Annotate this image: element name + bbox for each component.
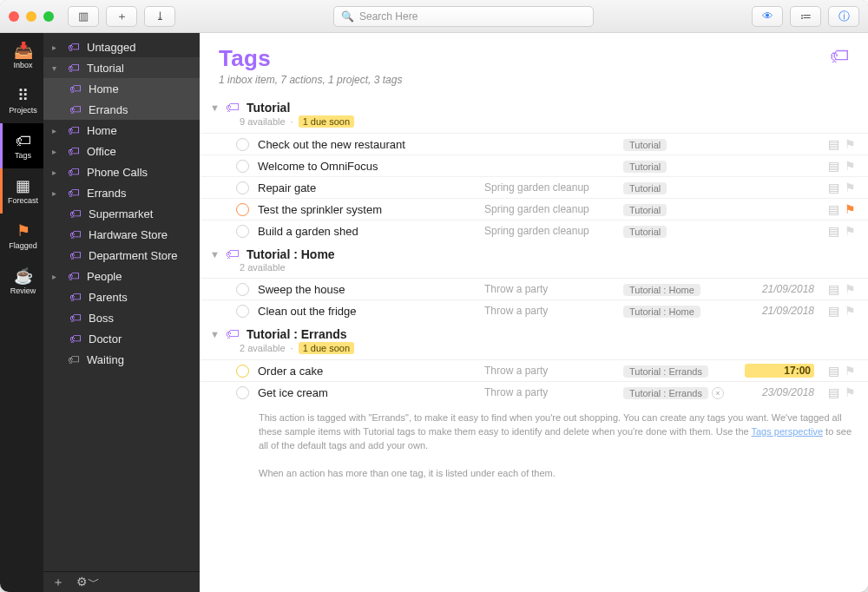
tag-icon: 🏷 (66, 186, 82, 200)
sidebar-item[interactable]: ▸ 🏷 Untagged (43, 36, 200, 57)
sidebar-item[interactable]: 🏷Parents (43, 286, 200, 307)
toggle-sidebar-button[interactable]: ▥ (68, 6, 99, 27)
rail-forecast[interactable]: ▦ Forecast (0, 168, 43, 214)
complete-checkbox[interactable] (236, 181, 249, 194)
task-tag-pill[interactable]: Tutorial (623, 139, 667, 151)
flag-icon[interactable]: ⚑ (845, 202, 856, 216)
task-tag-pill[interactable]: Tutorial : Errands (623, 365, 708, 378)
task-tag-pill[interactable]: Tutorial : Home (623, 284, 700, 296)
complete-checkbox[interactable] (236, 365, 249, 378)
remove-tag-icon[interactable]: × (712, 387, 724, 399)
sidebar-gear-button[interactable]: ⚙︎﹀ (76, 575, 100, 590)
note-icon[interactable]: ▤ (828, 181, 839, 194)
add-button[interactable]: ＋ (106, 6, 137, 27)
task-row[interactable]: Check out the new restaurant Tutorial ▤ … (200, 133, 868, 155)
inspector-button[interactable]: ⓘ (828, 6, 859, 27)
disclosure-icon[interactable]: ▸ (52, 147, 61, 156)
disclosure-icon[interactable]: ▸ (52, 188, 61, 198)
sidebar-item[interactable]: 🏷Department Store (43, 245, 200, 266)
task-row[interactable]: Order a cake Throw a party Tutorial : Er… (200, 359, 868, 381)
section-disclosure[interactable]: ▼ (210, 102, 219, 113)
complete-checkbox[interactable] (236, 138, 249, 151)
note-icon[interactable]: ▤ (828, 364, 839, 378)
task-row[interactable]: Test the sprinkler system Spring garden … (200, 198, 868, 220)
sidebar-item[interactable]: ▸ 🏷 People (43, 266, 200, 286)
note-icon[interactable]: ▤ (828, 202, 839, 216)
sidebar-item[interactable]: ▸ 🏷 Phone Calls (43, 161, 200, 182)
complete-checkbox[interactable] (236, 203, 249, 216)
complete-checkbox[interactable] (236, 283, 249, 296)
flag-icon[interactable]: ⚑ (845, 181, 856, 194)
sidebar-item-label: Errands (89, 103, 128, 116)
sidebar-item[interactable]: 🏷Boss (43, 307, 200, 328)
task-tag-pill[interactable]: Tutorial : Errands (623, 387, 708, 399)
sidebar-item[interactable]: 🏷Supermarket (43, 203, 200, 224)
sidebar-item[interactable]: 🏷Hardware Store (43, 224, 200, 245)
task-row[interactable]: Welcome to OmniFocus Tutorial ▤ ⚑ (200, 155, 868, 176)
disclosure-icon[interactable]: ▸ (52, 272, 61, 281)
task-tag-pill[interactable]: Tutorial (623, 182, 667, 194)
titlebar: ▥ ＋ ⤓ 🔍 Search Here 👁 ≔ ⓘ (0, 0, 868, 33)
task-row[interactable]: Repair gate Spring garden cleanup Tutori… (200, 176, 868, 198)
zoom-window[interactable] (43, 11, 54, 22)
focus-button[interactable]: ≔ (790, 6, 821, 27)
minimize-window[interactable] (26, 11, 36, 22)
note-icon[interactable]: ▤ (828, 385, 839, 399)
rail-projects[interactable]: ⠿ Projects (0, 78, 43, 123)
task-row[interactable]: Get ice cream Throw a party Tutorial : E… (200, 381, 868, 486)
flag-icon[interactable]: ⚑ (845, 137, 856, 151)
task-row[interactable]: Sweep the house Throw a party Tutorial :… (200, 278, 868, 299)
close-window[interactable] (9, 11, 19, 22)
flag-icon[interactable]: ⚑ (845, 304, 856, 318)
note-icon[interactable]: ▤ (828, 159, 839, 173)
rail-inbox[interactable]: 📥 Inbox (0, 33, 43, 78)
note-icon[interactable]: ▤ (828, 282, 839, 296)
quick-entry-button[interactable]: ⤓ (144, 6, 175, 27)
section-disclosure[interactable]: ▼ (210, 249, 219, 260)
complete-checkbox[interactable] (236, 386, 249, 399)
rail-review[interactable]: ☕ Review (0, 259, 43, 304)
rail-label: Projects (9, 106, 37, 115)
task-row-icons: ▤ ⚑ (828, 224, 856, 238)
sidebar-item[interactable]: 🏷 Waiting (43, 349, 200, 370)
flag-icon[interactable]: ⚑ (845, 364, 856, 378)
task-tags: Tutorial (623, 181, 736, 194)
sidebar-item[interactable]: ▸ 🏷 Errands (43, 182, 200, 203)
note-icon[interactable]: ▤ (828, 137, 839, 151)
task-tag-pill[interactable]: Tutorial (623, 161, 667, 173)
tags-perspective-link[interactable]: Tags perspective (751, 426, 823, 437)
complete-checkbox[interactable] (236, 305, 249, 318)
sidebar-item[interactable]: ▸ 🏷 Office (43, 141, 200, 161)
sidebar-item[interactable]: 🏷Home (43, 78, 200, 99)
task-tag-pill[interactable]: Tutorial (623, 204, 667, 216)
disclosure-icon[interactable]: ▾ (52, 63, 61, 73)
view-button[interactable]: 👁 (752, 6, 783, 27)
sidebar-item[interactable]: ▸ 🏷 Home (43, 120, 200, 141)
sidebar-item[interactable]: 🏷Errands (43, 99, 200, 120)
section-disclosure[interactable]: ▼ (210, 329, 219, 339)
flag-icon[interactable]: ⚑ (845, 282, 856, 296)
complete-checkbox[interactable] (236, 160, 249, 173)
tag-icon: 🏷 (68, 248, 83, 262)
disclosure-icon[interactable]: ▸ (52, 168, 61, 177)
add-tag-button[interactable]: ＋ (52, 575, 64, 590)
search-input[interactable]: 🔍 Search Here (333, 6, 594, 27)
flag-icon[interactable]: ⚑ (845, 224, 856, 238)
task-row[interactable]: Clean out the fridge Throw a party Tutor… (200, 299, 868, 321)
rail-tags[interactable]: 🏷 Tags (0, 123, 43, 168)
note-icon[interactable]: ▤ (828, 224, 839, 238)
disclosure-icon[interactable]: ▸ (52, 126, 61, 135)
sidebar-item[interactable]: 🏷Doctor (43, 328, 200, 349)
disclosure-icon[interactable]: ▸ (52, 43, 61, 52)
flag-icon[interactable]: ⚑ (845, 385, 856, 399)
note-icon[interactable]: ▤ (828, 304, 839, 318)
sidebar-item-label: Doctor (89, 332, 122, 345)
sidebar-item-label: Parents (89, 291, 128, 304)
rail-flagged[interactable]: ⚑ Flagged (0, 214, 43, 259)
sidebar-item[interactable]: ▾ 🏷 Tutorial (43, 57, 200, 78)
task-row[interactable]: Build a garden shed Spring garden cleanu… (200, 220, 868, 241)
task-tag-pill[interactable]: Tutorial (623, 226, 667, 238)
task-tag-pill[interactable]: Tutorial : Home (623, 306, 700, 318)
complete-checkbox[interactable] (236, 225, 249, 238)
flag-icon[interactable]: ⚑ (845, 159, 856, 173)
